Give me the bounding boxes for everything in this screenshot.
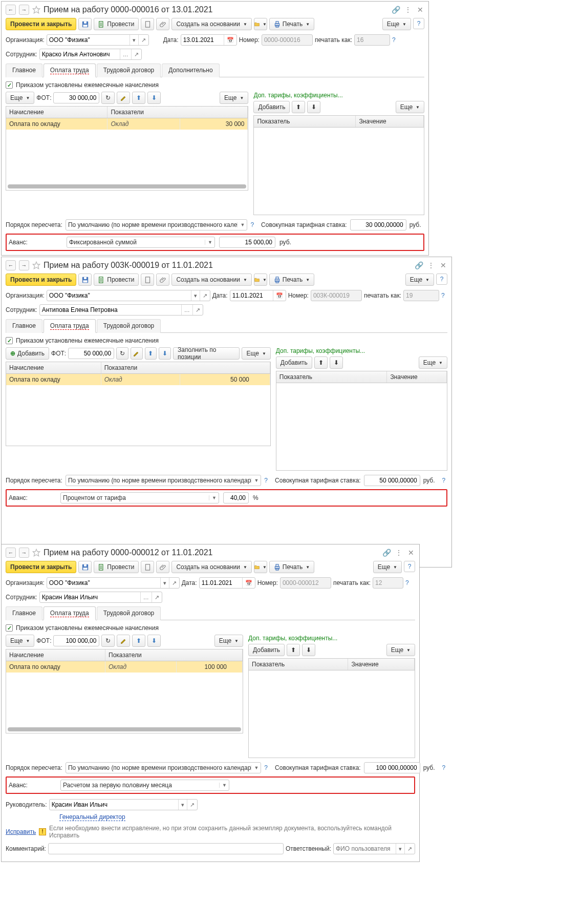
- employee-input[interactable]: …↗: [39, 49, 142, 60]
- nav-back-button[interactable]: ←: [6, 548, 16, 558]
- dots-icon[interactable]: …: [181, 305, 192, 315]
- help-button[interactable]: ?: [413, 18, 424, 29]
- table-row[interactable]: Оплата по окладу Оклад 100 000: [6, 661, 243, 673]
- indicators-grid[interactable]: Показатель Значение: [248, 658, 415, 758]
- print-button[interactable]: Печать▼: [269, 561, 314, 573]
- add-button[interactable]: ⊕Добавить: [6, 347, 49, 360]
- fot-input[interactable]: [53, 92, 99, 103]
- print-button[interactable]: Печать▼: [269, 274, 314, 286]
- extra-rates-link[interactable]: Доп. тарифы, коэффициенты...: [253, 92, 424, 99]
- help-link[interactable]: ?: [392, 36, 396, 44]
- edit-button[interactable]: [131, 347, 143, 360]
- fot-input[interactable]: [68, 348, 114, 359]
- more-button[interactable]: Еще▼: [373, 561, 402, 573]
- org-input[interactable]: ▾↗: [47, 577, 180, 589]
- right-up-button[interactable]: ⬆: [314, 356, 328, 369]
- help-link[interactable]: ?: [250, 221, 254, 228]
- nav-back-button[interactable]: ←: [6, 260, 16, 270]
- edit-button[interactable]: [117, 635, 130, 647]
- chevron-down-icon[interactable]: ▾: [130, 35, 138, 45]
- recalc-select[interactable]: По умолчанию (по норме времени производс…: [66, 219, 247, 230]
- folder-button[interactable]: ▼: [254, 274, 267, 286]
- open-icon[interactable]: ↗: [131, 49, 141, 59]
- doc-button[interactable]: [141, 18, 154, 30]
- attach-button[interactable]: [156, 18, 169, 30]
- accruals-grid[interactable]: Начисление Показатели Оплата по окладу О…: [6, 106, 248, 191]
- attach-button[interactable]: [156, 274, 169, 286]
- post-and-close-button[interactable]: Провести и закрыть: [6, 274, 76, 286]
- monthly-accruals-checkbox[interactable]: [6, 81, 13, 89]
- right-down-button[interactable]: ⬇: [330, 356, 343, 369]
- monthly-accruals-checkbox[interactable]: [6, 337, 13, 344]
- chevron-down-icon[interactable]: ▼: [209, 495, 217, 500]
- chevron-down-icon[interactable]: ▼: [251, 765, 258, 770]
- menu-dots-icon[interactable]: ⋮: [404, 6, 412, 14]
- rate-input[interactable]: [364, 762, 420, 773]
- fix-link[interactable]: Исправить: [6, 828, 36, 835]
- number-input[interactable]: [262, 34, 313, 46]
- tab-contract[interactable]: Трудовой договор: [97, 319, 161, 333]
- avans-select[interactable]: Расчетом за первую половину месяца▼: [60, 780, 229, 791]
- accruals-grid[interactable]: Начисление Показатели Оплата по окладу О…: [6, 362, 271, 446]
- right-more-button[interactable]: Еще▼: [396, 101, 424, 113]
- date-input[interactable]: 📅: [230, 290, 286, 301]
- org-input[interactable]: ▾↗: [47, 290, 210, 301]
- open-icon[interactable]: ↗: [138, 35, 148, 45]
- scrollbar[interactable]: [8, 184, 246, 188]
- save-button[interactable]: [78, 274, 92, 286]
- chevron-down-icon[interactable]: ▾: [396, 844, 404, 854]
- tab-main[interactable]: Главное: [6, 319, 42, 333]
- open-icon[interactable]: ↗: [200, 290, 210, 301]
- link-icon[interactable]: 🔗: [382, 549, 391, 557]
- monthly-accruals-checkbox[interactable]: [6, 624, 13, 632]
- right-more-button[interactable]: Еще▼: [386, 644, 415, 656]
- help-link[interactable]: ?: [264, 764, 268, 771]
- attach-button[interactable]: [156, 561, 169, 573]
- help-link[interactable]: ?: [442, 477, 446, 484]
- right-add-button[interactable]: Добавить: [276, 356, 312, 369]
- comment-input[interactable]: [48, 843, 284, 854]
- calendar-icon[interactable]: 📅: [242, 578, 255, 588]
- left-more2-button[interactable]: Еще▼: [214, 635, 243, 647]
- chevron-down-icon[interactable]: ▼: [251, 478, 258, 483]
- post-button[interactable]: Провести: [94, 561, 139, 573]
- tab-main[interactable]: Главное: [6, 64, 42, 77]
- right-down-button[interactable]: ⬇: [307, 101, 320, 113]
- help-link[interactable]: ?: [442, 764, 446, 771]
- print-num-input[interactable]: [403, 290, 439, 301]
- save-button[interactable]: [78, 18, 92, 30]
- post-button[interactable]: Провести: [94, 18, 139, 30]
- right-more-button[interactable]: Еще▼: [419, 356, 447, 369]
- fill-by-position-button[interactable]: Заполнить по позиции: [173, 347, 240, 360]
- folder-button[interactable]: ▼: [254, 561, 267, 573]
- date-input[interactable]: 📅: [199, 577, 255, 589]
- org-input[interactable]: ▾↗: [47, 34, 149, 46]
- star-icon[interactable]: [32, 549, 40, 557]
- post-button[interactable]: Провести: [94, 274, 139, 286]
- post-and-close-button[interactable]: Провести и закрыть: [6, 561, 76, 573]
- help-link[interactable]: ?: [264, 477, 268, 484]
- date-input[interactable]: 📅: [181, 34, 237, 46]
- calendar-icon[interactable]: 📅: [224, 35, 236, 45]
- right-up-button[interactable]: ⬆: [287, 644, 300, 656]
- open-icon[interactable]: ↗: [169, 578, 179, 588]
- move-down-button[interactable]: ⬇: [147, 92, 161, 104]
- table-row[interactable]: Оплата по окладу Оклад 50 000: [6, 374, 270, 385]
- open-icon[interactable]: ↗: [187, 800, 197, 810]
- star-icon[interactable]: [32, 261, 40, 269]
- right-down-button[interactable]: ⬇: [302, 644, 315, 656]
- close-icon[interactable]: ✕: [439, 261, 447, 269]
- avans-amount-input[interactable]: [219, 237, 275, 248]
- print-button[interactable]: Печать▼: [269, 18, 314, 30]
- left-more-button[interactable]: Еще▼: [6, 635, 34, 647]
- manager-role-link[interactable]: Генеральный директор: [59, 813, 125, 821]
- avans-select[interactable]: Процентом от тарифа▼: [60, 492, 219, 503]
- left-more-button[interactable]: Еще▼: [6, 92, 34, 104]
- left-more-button[interactable]: Еще▼: [242, 347, 270, 360]
- chevron-down-icon[interactable]: ▼: [205, 240, 212, 245]
- refresh-button[interactable]: ↻: [101, 635, 115, 647]
- print-num-input[interactable]: [354, 34, 390, 46]
- indicators-grid[interactable]: Показатель Значение: [276, 371, 447, 471]
- open-icon[interactable]: ↗: [192, 305, 203, 315]
- rate-input[interactable]: [364, 475, 420, 486]
